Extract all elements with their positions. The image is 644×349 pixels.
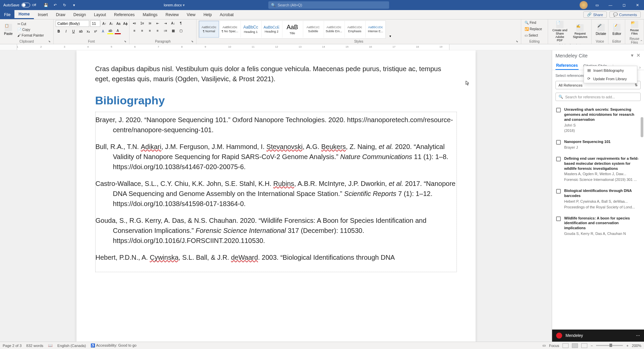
- highlight-icon[interactable]: ab: [107, 28, 113, 34]
- style-subtle-em-[interactable]: AaBbCcDcSubtle Em...: [324, 21, 344, 38]
- undo-icon[interactable]: ↶: [52, 2, 58, 8]
- print-layout-icon[interactable]: [572, 343, 578, 348]
- bibliography-entry[interactable]: Bull, R.A., T.N. Adikari, J.M. Ferguson,…: [96, 142, 457, 172]
- replace-button[interactable]: 🔁 Replace: [523, 27, 543, 32]
- tab-layout[interactable]: Layout: [90, 10, 110, 19]
- body-paragraph[interactable]: Cras dapibus dapibus nisl. Vestibulum qu…: [95, 64, 457, 84]
- styles-launch-icon[interactable]: ⬊: [516, 40, 518, 43]
- reference-checkbox[interactable]: [556, 216, 561, 221]
- spellcheck-icon[interactable]: 📖: [48, 343, 53, 348]
- reference-checkbox[interactable]: [556, 157, 561, 161]
- save-icon[interactable]: 💾: [43, 2, 49, 8]
- bibliography-entry[interactable]: Hebert, P.D.N., A. Cywinska, S.L. Ball, …: [96, 252, 457, 262]
- reference-checkbox[interactable]: [556, 140, 561, 145]
- style-subtitle[interactable]: AaBbCcCSubtitle: [303, 21, 323, 38]
- tab-references[interactable]: References: [555, 62, 579, 70]
- tab-help[interactable]: Help: [200, 10, 216, 19]
- editor-button[interactable]: 📝Editor: [610, 23, 623, 36]
- ribbon-display-icon[interactable]: ▭: [590, 0, 604, 10]
- reference-checkbox[interactable]: [556, 189, 561, 194]
- web-layout-icon[interactable]: [581, 343, 587, 348]
- dictate-button[interactable]: 🎤Dictate: [594, 23, 608, 36]
- dec-indent-icon[interactable]: ⇤: [155, 20, 161, 26]
- maximize-icon[interactable]: ◻: [617, 0, 631, 10]
- document-area[interactable]: Cras dapibus dapibus nisl. Vestibulum qu…: [0, 50, 552, 342]
- tab-mailings[interactable]: Mailings: [139, 10, 161, 19]
- reference-item[interactable]: Unraveling shark secrets: Sequencing gen…: [555, 104, 641, 137]
- paragraph-launch-icon[interactable]: ⬊: [191, 40, 194, 43]
- comments-button[interactable]: 💬 Comments: [609, 11, 641, 18]
- tab-insert[interactable]: Insert: [34, 10, 52, 19]
- read-mode-icon[interactable]: [562, 343, 569, 348]
- bibliography-entry[interactable]: Brayer, J. 2020. “Nanopore Sequencing 10…: [96, 115, 457, 135]
- align-center-icon[interactable]: ≡: [139, 28, 145, 34]
- underline-button[interactable]: U: [70, 28, 76, 34]
- accessibility-status[interactable]: ♿ Accessibility: Good to go: [91, 343, 137, 348]
- grow-font-icon[interactable]: A↑: [101, 20, 107, 27]
- copy-button[interactable]: 📄 Copy: [16, 27, 45, 32]
- reference-checkbox[interactable]: [556, 108, 561, 112]
- style--normal[interactable]: AaBbCcDc¶ Normal: [199, 21, 219, 38]
- style-intense-e-[interactable]: AaBbCcDcIntense E...: [365, 21, 385, 38]
- autosave-toggle[interactable]: AutoSave Off: [0, 3, 40, 7]
- text-effects-icon[interactable]: A: [100, 28, 106, 34]
- page-count[interactable]: Page 2 of 3: [3, 344, 21, 348]
- style-heading-1[interactable]: AaBbCcHeading 1: [240, 21, 261, 38]
- styles-gallery[interactable]: AaBbCcDc¶ NormalAaBbCcDc¶ No Spac...AaBb…: [199, 20, 386, 39]
- change-case-icon[interactable]: Aa: [115, 20, 121, 27]
- italic-button[interactable]: I: [63, 28, 69, 34]
- style-heading-2[interactable]: AaBbCcEHeading 2: [261, 21, 281, 38]
- reference-item[interactable]: Defining end user requirements for a fie…: [555, 153, 641, 186]
- redo-icon[interactable]: ↻: [62, 2, 68, 8]
- inc-indent-icon[interactable]: ⇥: [162, 20, 168, 26]
- bold-button[interactable]: B: [56, 28, 62, 34]
- subscript-button[interactable]: x₂: [85, 28, 91, 34]
- tab-acrobat[interactable]: Acrobat: [216, 10, 237, 19]
- panel-close-icon[interactable]: ✕: [636, 52, 641, 58]
- reuse-files-button[interactable]: 📂Reuse Files: [627, 20, 642, 36]
- create-share-pdf-button[interactable]: 📄 Create and Share Adobe PDF: [550, 20, 570, 43]
- bullets-icon[interactable]: •≡: [131, 20, 138, 26]
- zoom-level[interactable]: 200%: [632, 344, 641, 348]
- collapse-ribbon-icon[interactable]: ⌃: [640, 40, 643, 43]
- style--no-spac-[interactable]: AaBbCcDc¶ No Spac...: [220, 21, 240, 38]
- select-button[interactable]: ▭ Select: [523, 33, 539, 38]
- update-from-library-item[interactable]: ⟳ Update From Library: [584, 74, 637, 83]
- show-marks-icon[interactable]: ¶: [178, 20, 184, 26]
- bibliography-heading[interactable]: Bibliography: [95, 94, 457, 107]
- search-box[interactable]: 🔍 Search (Alt+Q): [268, 1, 389, 9]
- bibliography-field[interactable]: Brayer, J. 2020. “Nanopore Sequencing 10…: [95, 112, 457, 272]
- tab-view[interactable]: View: [183, 10, 200, 19]
- font-color-icon[interactable]: A: [115, 28, 121, 34]
- request-signatures-button[interactable]: ✍ Request Signatures: [571, 23, 589, 40]
- sort-icon[interactable]: A↓: [170, 20, 176, 26]
- tab-file[interactable]: File: [0, 10, 14, 19]
- bibliography-entry[interactable]: Castro-Wallace, S.L., C.Y. Chiu, K.K. Jo…: [96, 179, 457, 209]
- shrink-font-icon[interactable]: A↓: [108, 20, 114, 27]
- styles-expand-icon[interactable]: ▾: [387, 33, 393, 39]
- tab-design[interactable]: Design: [69, 10, 90, 19]
- multilevel-icon[interactable]: ⁞≡: [147, 20, 153, 26]
- reference-item[interactable]: Nanopore Sequencing 101Brayer J: [555, 137, 641, 153]
- borders-icon[interactable]: ▢: [178, 28, 184, 34]
- superscript-button[interactable]: x²: [93, 28, 99, 34]
- tab-draw[interactable]: Draw: [52, 10, 69, 19]
- strike-button[interactable]: ab: [78, 28, 84, 34]
- zoom-slider[interactable]: [596, 345, 623, 346]
- style-emphasis[interactable]: AaBbCcDcEmphasis: [344, 21, 365, 38]
- reference-search-input[interactable]: 🔍 Search for references to add...: [555, 93, 641, 101]
- tab-review[interactable]: Review: [162, 10, 183, 19]
- display-settings-icon[interactable]: ▭: [542, 343, 546, 348]
- panel-dropdown-icon[interactable]: ▾: [631, 52, 634, 58]
- style-title[interactable]: AaBTitle: [282, 21, 302, 38]
- line-spacing-icon[interactable]: ↕≡: [162, 28, 168, 34]
- font-size-select[interactable]: 11: [90, 20, 100, 27]
- tab-home[interactable]: Home: [14, 10, 34, 19]
- bibliography-entry[interactable]: Gouda, S., R.G. Kerry, A. Das, & N.S. Ch…: [96, 215, 457, 246]
- panel-scroll-right-icon[interactable]: ›: [639, 65, 641, 70]
- clipboard-launch-icon[interactable]: ⬊: [48, 40, 51, 43]
- shading-icon[interactable]: ▦: [170, 28, 176, 34]
- justify-icon[interactable]: ≡: [155, 28, 161, 34]
- numbering-icon[interactable]: 1≡: [139, 20, 145, 26]
- insert-bibliography-item[interactable]: ▤ Insert Bibliography: [584, 66, 637, 74]
